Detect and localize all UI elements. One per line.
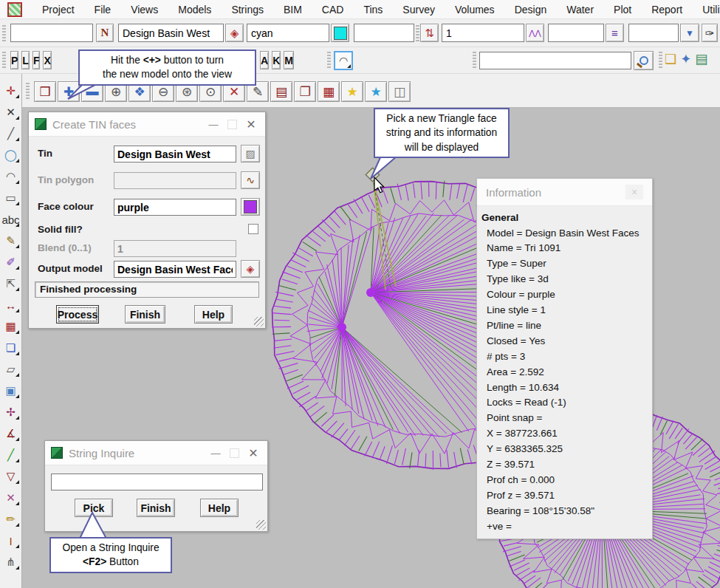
linestyle-input[interactable] [354,24,414,42]
plot-icon[interactable]: ▤ [270,81,292,102]
menu-item[interactable]: Design [515,4,547,16]
snap-arc-icon[interactable]: ◠ [334,51,353,70]
style-input[interactable] [548,24,604,42]
colour-line-tool-icon[interactable]: ╱ [2,447,20,463]
folder-icon[interactable]: ❑ [665,51,676,67]
polygon-picker-icon[interactable]: ∿ [241,171,260,189]
mode-letter-button[interactable]: X [43,51,51,69]
favourite-blue-icon[interactable]: ★ [365,81,387,102]
toolbar-grip[interactable] [473,52,476,68]
rect-tool-icon[interactable]: ▭ [2,190,20,206]
menu-item[interactable]: Models [178,4,211,16]
name-toggle-button[interactable]: N [96,24,114,42]
menu-item[interactable]: Tins [363,4,383,16]
tin-picker-icon[interactable]: ▨ [241,145,260,163]
help-button[interactable]: Help [200,499,239,517]
solid-fill-checkbox[interactable] [248,224,258,234]
cross-tool-icon[interactable]: ✕ [2,104,20,120]
grid-tool-icon[interactable]: ▦ [2,318,20,335]
colour-swatch-button[interactable] [331,24,349,42]
toolbar-grip[interactable] [416,25,419,41]
face-colour-input[interactable] [114,199,236,216]
window-panes-icon[interactable]: ◫ [388,81,411,102]
menu-item[interactable]: Project [42,4,75,16]
copy-view-icon[interactable]: ❐ [294,81,316,102]
angle-tool-icon[interactable]: ∡ [2,425,20,442]
mode-letter-button[interactable]: K [272,51,281,69]
face-colour-swatch-button[interactable] [241,198,260,216]
finish-button[interactable]: Finish [125,305,165,324]
app-icon[interactable] [7,2,22,17]
process-button[interactable]: Process [56,305,99,324]
menu-item[interactable]: Utilities [702,4,720,16]
move-tool-icon[interactable]: ✢ [2,404,20,420]
menu-item[interactable]: Report [651,4,682,16]
menu-item[interactable]: File [95,4,112,16]
menu-item[interactable]: Water [566,4,594,16]
paint-tool-icon[interactable]: ✐ [2,254,20,270]
menu-item[interactable]: Strings [231,4,264,16]
favourite-yellow-icon[interactable]: ★ [341,81,363,102]
mode-letter-button[interactable]: L [21,51,30,69]
resize-grip[interactable] [256,520,266,530]
name-input[interactable] [10,24,93,42]
menu-item[interactable]: Volumes [455,4,495,16]
maximize-icon[interactable] [230,448,239,458]
text-tool-icon[interactable]: abc [2,211,20,228]
interrogate-tool-icon[interactable]: I [2,533,20,549]
library-icon[interactable]: ▤ [695,51,707,67]
line-tool-icon[interactable]: ╱ [2,126,20,142]
shield-tool-icon[interactable]: ▽ [2,468,20,485]
output-model-input[interactable] [114,261,236,278]
search-button[interactable] [634,51,654,70]
arc-tool-icon[interactable]: ◠ [2,168,20,185]
toolbar-grip[interactable] [26,83,30,100]
menu-item[interactable]: CAD [322,4,344,16]
sheet-icon[interactable]: ▦ [318,81,340,102]
image-tool-icon[interactable]: ▣ [2,383,20,399]
sketch-tool-icon[interactable]: ✏ [2,511,20,527]
measure-tool-icon[interactable]: ↔ [2,297,20,313]
close-icon[interactable]: × [625,185,643,199]
zigzag-icon[interactable]: ⋀⋀ [526,24,544,42]
tin-input[interactable] [114,146,236,163]
mode-letter-button[interactable]: P [10,51,18,69]
z-ruler-icon[interactable]: ⇅ [420,24,439,42]
minimize-icon[interactable]: — [205,117,222,131]
window-plus-tool-icon[interactable]: ❏ [2,340,20,356]
help-button[interactable]: Help [194,305,233,324]
menu-item[interactable]: Plot [614,4,631,16]
lines-icon[interactable]: ≡ [606,24,624,42]
menu-item[interactable]: Survey [402,4,435,16]
finish-button[interactable]: Finish [137,499,175,517]
polygon-tool-icon[interactable]: ▱ [2,361,20,377]
menu-item[interactable]: BIM [284,4,302,16]
maximize-icon[interactable] [227,120,237,129]
mode-letter-button[interactable]: M [284,51,294,69]
resize-grip[interactable] [254,317,264,327]
dropdown-icon[interactable]: ▼ [680,24,699,42]
toolbar-grip[interactable] [659,52,662,68]
point-tool-icon[interactable]: ✛ [2,83,20,99]
dialog-titlebar[interactable]: Create TIN faces — ✕ [29,112,265,137]
minimize-icon[interactable]: — [208,446,224,459]
colour-input[interactable] [247,24,329,42]
toolbar-grip[interactable] [2,52,6,68]
survey-tool-icon[interactable]: ⋔ [2,554,20,570]
output-layers-icon[interactable]: ◈ [241,260,260,278]
user-tools-icon[interactable]: ✦ [680,51,691,67]
brush-tool-icon[interactable]: ✎ [2,233,20,249]
model-layers-icon[interactable]: ◈ [225,24,244,42]
menu-item[interactable]: Views [131,4,158,16]
model-input[interactable] [118,24,224,42]
toolbar-grip[interactable] [2,25,6,41]
toolbar-grip[interactable] [327,52,331,68]
inquire-input[interactable] [51,474,263,490]
symbol-tool-icon[interactable]: ⇱ [2,276,20,292]
dialog-titlebar[interactable]: String Inquire — ✕ [45,441,267,465]
mode-letter-button[interactable]: A [260,51,269,69]
eyedropper-icon[interactable]: ✑ [702,24,718,42]
delete-point-tool-icon[interactable]: ✕ [2,490,20,506]
circle-tool-icon[interactable]: ◯ [2,147,20,163]
weight-input[interactable] [442,24,524,42]
